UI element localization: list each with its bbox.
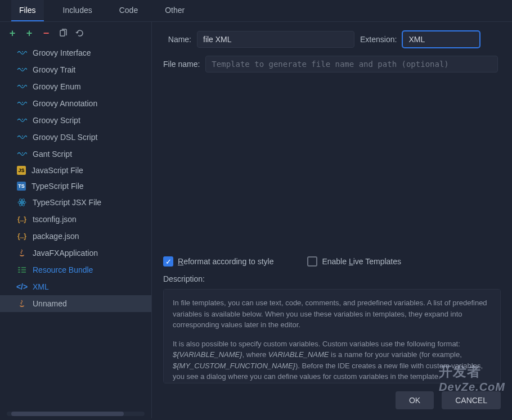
svg-point-9: [19, 119, 20, 120]
name-label: Name:: [163, 35, 191, 44]
list-item-label: Groovy Annotation: [33, 99, 97, 108]
remove-button[interactable]: −: [41, 28, 52, 39]
list-item-label: Unnamed: [33, 299, 67, 308]
list-item[interactable]: Groovy Enum: [0, 78, 151, 95]
svg-point-1: [19, 51, 20, 52]
checkbox-unchecked-icon: [307, 256, 317, 267]
svg-point-5: [19, 85, 20, 86]
cancel-button[interactable]: CANCEL: [442, 391, 501, 409]
list-item-label: TypeScript JSX File: [33, 198, 101, 207]
list-item-label: tsconfig.json: [33, 215, 77, 224]
list-item-label: package.json: [33, 232, 79, 241]
svg-rect-0: [60, 30, 65, 36]
list-item[interactable]: Groovy Script: [0, 112, 151, 129]
tab-other[interactable]: Other: [157, 0, 192, 21]
list-item[interactable]: JSJavaScript File: [0, 162, 151, 178]
list-item-label: JavaFXApplication: [33, 249, 98, 258]
list-item-label: Gant Script: [33, 150, 72, 159]
svg-point-7: [19, 102, 20, 103]
list-item[interactable]: TypeScript JSX File: [0, 194, 151, 211]
groovy-icon: [17, 65, 27, 75]
checkbox-checked-icon: ✓: [163, 256, 173, 267]
list-item[interactable]: </>XML: [0, 278, 151, 295]
list-item-label: XML: [33, 282, 49, 291]
json-icon: {..}: [17, 231, 27, 241]
json-icon: {..}: [17, 214, 27, 224]
description-paragraph: It is also possible to specify custom va…: [173, 338, 491, 382]
list-item[interactable]: Resource Bundle: [0, 261, 151, 278]
reformat-checkbox[interactable]: ✓ Reformat according to style: [163, 256, 273, 267]
svg-point-14: [22, 152, 23, 153]
ok-button[interactable]: OK: [396, 391, 434, 409]
horizontal-scrollbar[interactable]: [7, 412, 145, 416]
extension-input[interactable]: [402, 31, 480, 48]
list-item-label: Groovy DSL Script: [33, 133, 97, 142]
live-templates-label: Enable Live Templates: [322, 257, 401, 266]
ts-icon: TS: [17, 182, 26, 191]
sidebar-toolbar: + + −: [0, 22, 151, 44]
groovy-icon: [17, 98, 27, 109]
list-item[interactable]: {..}tsconfig.json: [0, 211, 151, 228]
template-editor[interactable]: [163, 80, 501, 256]
filename-label: File name:: [163, 60, 200, 69]
list-item-label: Groovy Trait: [33, 65, 75, 74]
groovy-icon: [17, 48, 27, 58]
live-templates-checkbox[interactable]: Enable Live Templates: [307, 256, 401, 267]
tab-bar: Files Includes Code Other: [0, 0, 512, 22]
groovy-icon: [17, 82, 27, 92]
description-paragraph: In file templates, you can use text, cod…: [173, 297, 491, 331]
react-icon: [17, 197, 27, 207]
extension-label: Extension:: [360, 35, 397, 44]
svg-point-3: [19, 68, 20, 69]
svg-point-10: [22, 119, 23, 120]
java-icon: [17, 248, 27, 258]
list-item-label: JavaScript File: [32, 166, 83, 175]
tab-code[interactable]: Code: [111, 0, 146, 21]
name-input[interactable]: [197, 31, 354, 48]
svg-point-6: [22, 85, 23, 86]
groovy-icon: [17, 149, 27, 159]
list-item[interactable]: Groovy Trait: [0, 61, 151, 78]
description-label: Description:: [163, 274, 501, 283]
tab-includes[interactable]: Includes: [55, 0, 100, 21]
scrollbar-thumb[interactable]: [11, 412, 124, 416]
list-item[interactable]: JavaFXApplication: [0, 245, 151, 261]
svg-point-12: [22, 136, 23, 137]
add-child-button[interactable]: +: [24, 28, 35, 39]
reset-icon[interactable]: [74, 28, 86, 39]
list-item[interactable]: Gant Script: [0, 146, 151, 162]
svg-point-13: [19, 152, 20, 153]
tab-files[interactable]: Files: [11, 0, 44, 21]
list-item[interactable]: Groovy DSL Script: [0, 129, 151, 146]
list-item-label: Groovy Script: [33, 116, 80, 125]
template-list[interactable]: Groovy InterfaceGroovy TraitGroovy EnumG…: [0, 44, 151, 409]
list-item-label: Groovy Enum: [33, 82, 81, 91]
svg-point-18: [21, 202, 23, 204]
list-item[interactable]: {..}package.json: [0, 228, 151, 245]
list-item-label: TypeScript File: [32, 182, 84, 191]
main-panel: Name: Extension: File name: ✓ Reformat a…: [152, 22, 512, 418]
filename-input[interactable]: [205, 56, 498, 73]
groovy-icon: [17, 115, 27, 125]
sidebar: + + − Groovy InterfaceGroovy TraitGroovy…: [0, 22, 152, 418]
groovy-icon: [17, 132, 27, 142]
svg-point-11: [19, 136, 20, 137]
list-item-label: Groovy Interface: [33, 48, 91, 57]
add-button[interactable]: +: [7, 28, 18, 39]
svg-point-2: [22, 51, 23, 52]
js-icon: JS: [17, 166, 26, 175]
xml-icon: </>: [17, 282, 27, 292]
reformat-label: Reformat according to style: [178, 257, 273, 266]
list-item[interactable]: Groovy Annotation: [0, 95, 151, 112]
bundle-icon: [17, 265, 27, 275]
list-item-label: Resource Bundle: [33, 265, 93, 274]
description-panel[interactable]: In file templates, you can use text, cod…: [163, 289, 501, 383]
copy-icon[interactable]: [57, 28, 69, 39]
svg-point-4: [22, 68, 23, 69]
list-item[interactable]: Groovy Interface: [0, 44, 151, 61]
list-item[interactable]: TSTypeScript File: [0, 178, 151, 194]
list-item[interactable]: Unnamed: [0, 295, 151, 312]
java-icon: [17, 299, 27, 309]
svg-point-8: [22, 102, 23, 103]
